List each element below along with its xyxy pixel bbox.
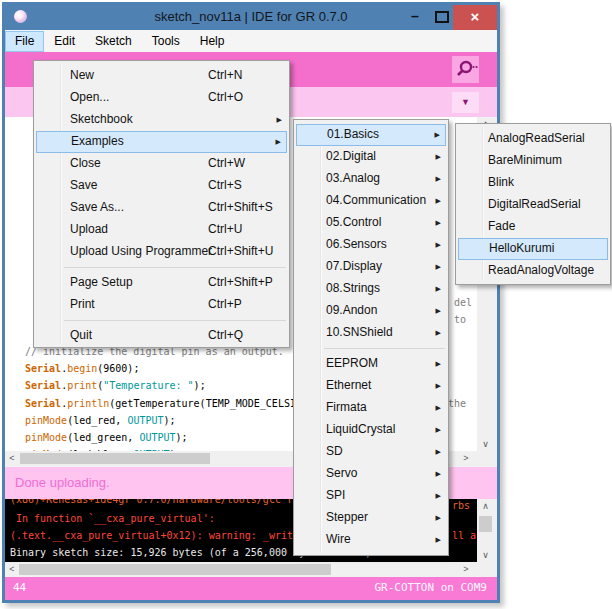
menu-item-sketchbook[interactable]: Sketchbook▶ <box>36 109 287 131</box>
menu-item-quit[interactable]: QuitCtrl+Q <box>36 325 287 347</box>
menu-item-print[interactable]: PrintCtrl+P <box>36 294 287 316</box>
scroll-up-icon[interactable]: ∧ <box>477 499 494 513</box>
menu-item-eeprom[interactable]: EEPROM▶ <box>296 353 446 375</box>
menu-item-07-display[interactable]: 07.Display▶ <box>296 256 446 278</box>
titlebar[interactable]: sketch_nov11a | IDE for GR 0.7.0 – × <box>5 5 497 30</box>
console-line: In function `__cxa_pure_virtual': <box>10 513 215 524</box>
menu-item-05-control[interactable]: 05.Control▶ <box>296 212 446 234</box>
submenu-arrow-icon: ▶ <box>435 125 440 144</box>
scroll-down-icon[interactable]: ∨ <box>477 548 494 562</box>
menu-item-close[interactable]: CloseCtrl+W <box>36 153 287 175</box>
menu-item-firmata[interactable]: Firmata▶ <box>296 397 446 419</box>
menu-item-01-basics[interactable]: 01.Basics▶ <box>296 124 446 146</box>
menu-item-label: HelloKurumi <box>489 241 554 255</box>
menu-item-label: Sketchbook <box>70 112 133 126</box>
scroll-left-icon[interactable]: < <box>5 562 19 577</box>
menubar-item-sketch[interactable]: Sketch <box>85 31 142 52</box>
menu-item-sd[interactable]: SD▶ <box>296 441 446 463</box>
scroll-left-icon[interactable]: < <box>5 451 19 467</box>
menu-item-blink[interactable]: Blink <box>458 172 608 194</box>
menu-item-label: 01.Basics <box>327 127 379 141</box>
menu-item-shortcut: Ctrl+O <box>208 87 243 108</box>
menu-item-shortcut: Ctrl+Shift+P <box>208 272 273 293</box>
editor-hscroll-thumb[interactable] <box>20 453 210 464</box>
menu-item-new[interactable]: NewCtrl+N <box>36 65 287 87</box>
menu-item-label: Quit <box>70 328 92 342</box>
tab-menu-button[interactable]: ▼ <box>452 92 479 113</box>
menubar-item-tools[interactable]: Tools <box>142 31 190 52</box>
scroll-down-icon[interactable]: ∨ <box>477 437 494 451</box>
menu-item-open[interactable]: Open...Ctrl+O <box>36 87 287 109</box>
menu-item-09-andon[interactable]: 09.Andon▶ <box>296 300 446 322</box>
menu-item-label: Upload Using Programmer <box>70 244 212 258</box>
submenu-arrow-icon: ▶ <box>436 375 441 396</box>
menu-item-label: 10.SNShield <box>326 325 393 339</box>
console-line: (x86)+Renesas+ide4gr 0.7.0/hardware/tool… <box>10 499 293 505</box>
menu-item-spi[interactable]: SPI▶ <box>296 485 446 507</box>
menu-item-10-snshield[interactable]: 10.SNShield▶ <box>296 322 446 344</box>
menu-item-shortcut: Ctrl+Shift+U <box>208 241 273 262</box>
menu-item-02-digital[interactable]: 02.Digital▶ <box>296 146 446 168</box>
menu-item-label: DigitalReadSerial <box>488 197 581 211</box>
menu-item-label: Fade <box>488 219 515 233</box>
menu-item-upload[interactable]: UploadCtrl+U <box>36 219 287 241</box>
upload-status-text: Done uploading. <box>15 475 110 490</box>
menu-item-save[interactable]: SaveCtrl+S <box>36 175 287 197</box>
menu-item-03-analog[interactable]: 03.Analog▶ <box>296 168 446 190</box>
code-line: Serial.print("Temperature: "); <box>25 380 206 391</box>
menu-item-examples[interactable]: Examples▶ <box>36 131 287 153</box>
menu-item-hellokurumi[interactable]: HelloKurumi <box>458 238 608 260</box>
menu-item-servo[interactable]: Servo▶ <box>296 463 446 485</box>
minimize-button[interactable]: – <box>403 5 427 30</box>
submenu-arrow-icon: ▶ <box>436 397 441 418</box>
menu-item-upload-using-programmer[interactable]: Upload Using ProgrammerCtrl+Shift+U <box>36 241 287 263</box>
submenu-arrow-icon: ▶ <box>436 278 441 299</box>
close-button[interactable]: × <box>453 5 497 30</box>
code-line: pinMode(led_red, OUTPUT); <box>25 415 176 426</box>
menu-item-page-setup[interactable]: Page SetupCtrl+Shift+P <box>36 272 287 294</box>
menubar-item-file[interactable]: File <box>5 31 44 52</box>
menu-item-shortcut: Ctrl+S <box>208 175 242 196</box>
submenu-arrow-icon: ▶ <box>436 190 441 211</box>
menu-item-analogreadserial[interactable]: AnalogReadSerial <box>458 128 608 150</box>
submenu-arrow-icon: ▶ <box>436 322 441 343</box>
menu-item-label: 09.Andon <box>326 303 377 317</box>
menu-item-readanalogvoltage[interactable]: ReadAnalogVoltage <box>458 260 608 282</box>
menu-item-save-as[interactable]: Save As...Ctrl+Shift+S <box>36 197 287 219</box>
console-hscroll-thumb[interactable] <box>19 564 331 575</box>
maximize-button[interactable] <box>429 5 453 30</box>
submenu-arrow-icon: ▶ <box>436 441 441 462</box>
console-horizontal-scrollbar[interactable]: < > <box>5 562 477 577</box>
menu-separator <box>64 316 286 325</box>
status-board-port: GR-COTTON on COM9 <box>374 581 487 594</box>
menu-item-label: Ethernet <box>326 378 371 392</box>
menu-item-bareminimum[interactable]: BareMinimum <box>458 150 608 172</box>
menu-item-label: Firmata <box>326 400 367 414</box>
menu-item-stepper[interactable]: Stepper▶ <box>296 507 446 529</box>
menu-item-shortcut: Ctrl+Q <box>208 325 243 346</box>
serial-monitor-button[interactable] <box>452 56 479 83</box>
menubar: FileEditSketchToolsHelp <box>5 30 497 53</box>
submenu-arrow-icon: ▶ <box>436 529 441 550</box>
console-vertical-scrollbar[interactable]: ∧ ∨ <box>477 499 494 562</box>
scroll-right-icon[interactable]: > <box>459 562 473 577</box>
status-bar: 44 GR-COTTON on COM9 <box>5 577 497 600</box>
menu-item-label: 04.Communication <box>326 193 426 207</box>
menu-item-label: AnalogReadSerial <box>488 131 585 145</box>
menu-item-liquidcrystal[interactable]: LiquidCrystal▶ <box>296 419 446 441</box>
scrollbar-corner <box>477 451 494 467</box>
menu-item-wire[interactable]: Wire▶ <box>296 529 446 551</box>
menu-item-fade[interactable]: Fade <box>458 216 608 238</box>
scroll-right-icon[interactable]: > <box>459 451 473 467</box>
menu-item-06-sensors[interactable]: 06.Sensors▶ <box>296 234 446 256</box>
menu-item-digitalreadserial[interactable]: DigitalReadSerial <box>458 194 608 216</box>
menubar-item-help[interactable]: Help <box>190 31 235 52</box>
chevron-down-icon: ▼ <box>461 97 470 107</box>
submenu-arrow-icon: ▶ <box>436 353 441 374</box>
menu-item-08-strings[interactable]: 08.Strings▶ <box>296 278 446 300</box>
menubar-item-edit[interactable]: Edit <box>44 31 85 52</box>
magnifier-icon <box>452 56 479 83</box>
console-vscroll-thumb[interactable] <box>479 516 492 532</box>
menu-item-ethernet[interactable]: Ethernet▶ <box>296 375 446 397</box>
menu-item-04-communication[interactable]: 04.Communication▶ <box>296 190 446 212</box>
